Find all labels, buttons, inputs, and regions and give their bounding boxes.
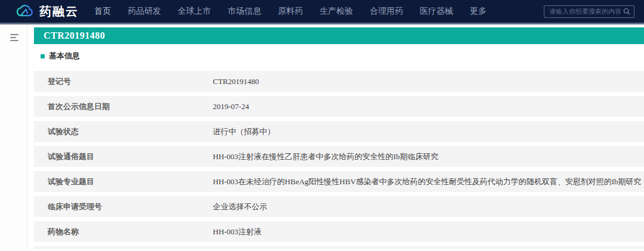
row-value: HH-003注射液在慢性乙肝患者中多次给药的安全性的Ib期临床研究 xyxy=(213,151,644,162)
row-value: HH-003注射液 xyxy=(213,227,644,237)
row-value: CTR20191480 xyxy=(213,77,644,86)
table-row-drug-name: 药物名称 HH-003注射液 xyxy=(34,221,644,242)
table-row-partial xyxy=(34,246,644,249)
table-row-public-title: 试验通俗题目 HH-003注射液在慢性乙肝患者中多次给药的安全性的Ib期临床研究 xyxy=(34,146,644,167)
page-layout: CTR20191480 基本信息 登记号 CTR20191480 首次公示信息日… xyxy=(0,24,644,249)
table-row-clinical-application-no: 临床申请受理号 企业选择不公示 xyxy=(34,196,644,217)
row-value: 进行中（招募中） xyxy=(213,126,644,137)
table-row-scientific-title: 试验专业题目 HH-003在未经治疗的HBeAg阳性慢性HBV感染者中多次给药的… xyxy=(34,171,644,192)
row-label: 药物名称 xyxy=(34,227,213,237)
nav-item-rational-use[interactable]: 合理用药 xyxy=(370,6,403,17)
section-bullet-icon xyxy=(41,54,45,58)
main-nav: 首页 药品研发 全球上市 市场信息 原料药 生产检验 合理用药 医疗器械 更多 xyxy=(94,6,544,17)
brand-name: 药融云 xyxy=(39,4,79,20)
section-header: 基本信息 xyxy=(34,49,644,63)
nav-item-more[interactable]: 更多 xyxy=(470,6,487,17)
row-value: HH-003在未经治疗的HBeAg阳性慢性HBV感染者中多次给药的安全性耐受性及… xyxy=(213,176,644,187)
main-content: CTR20191480 基本信息 登记号 CTR20191480 首次公示信息日… xyxy=(27,24,644,249)
search-icon[interactable] xyxy=(623,8,630,15)
nav-item-production-inspection[interactable]: 生产检验 xyxy=(320,6,353,17)
nav-item-global-launch[interactable]: 全球上市 xyxy=(178,6,211,17)
row-label: 登记号 xyxy=(34,76,213,87)
basic-info-table: 登记号 CTR20191480 首次公示信息日期 2019-07-24 试验状态… xyxy=(34,71,644,249)
record-id-title: CTR20191480 xyxy=(44,30,105,41)
section-title-label: 基本信息 xyxy=(49,51,80,61)
table-row-trial-status: 试验状态 进行中（招募中） xyxy=(34,121,644,142)
table-row-first-publicity-date: 首次公示信息日期 2019-07-24 xyxy=(34,96,644,117)
cloud-logo-icon xyxy=(14,4,35,19)
nav-item-drug-rd[interactable]: 药品研发 xyxy=(128,6,161,17)
brand[interactable]: 药融云 xyxy=(14,4,79,20)
search-box[interactable] xyxy=(544,5,634,18)
row-label: 试验通俗题目 xyxy=(34,151,213,162)
record-header-bar: CTR20191480 xyxy=(34,27,644,44)
table-row-registration-no: 登记号 CTR20191480 xyxy=(34,71,644,92)
left-sidebar xyxy=(0,24,27,249)
row-value: 企业选择不公示 xyxy=(213,202,644,212)
nav-item-medical-devices[interactable]: 医疗器械 xyxy=(420,6,453,17)
search-input[interactable] xyxy=(549,8,623,15)
menu-icon[interactable] xyxy=(10,34,27,41)
row-label: 首次公示信息日期 xyxy=(34,101,213,112)
row-value: 2019-07-24 xyxy=(213,102,644,111)
nav-item-api[interactable]: 原料药 xyxy=(278,6,303,17)
row-label: 试验状态 xyxy=(34,126,213,137)
row-label: 试验专业题目 xyxy=(34,176,213,187)
top-navbar: 药融云 首页 药品研发 全球上市 市场信息 原料药 生产检验 合理用药 医疗器械… xyxy=(0,0,644,24)
row-label: 临床申请受理号 xyxy=(34,202,213,212)
nav-item-home[interactable]: 首页 xyxy=(94,6,111,17)
nav-item-market-info[interactable]: 市场信息 xyxy=(228,6,261,17)
